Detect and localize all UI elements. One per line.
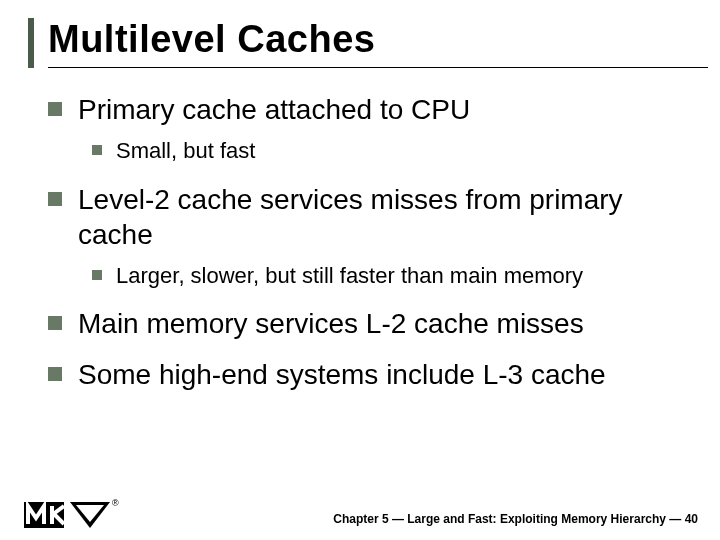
- mk-logo-icon: [24, 500, 110, 530]
- list-item: Level-2 cache services misses from prima…: [48, 182, 692, 291]
- square-bullet-icon: [92, 270, 102, 280]
- list-item: Primary cache attached to CPU Small, but…: [48, 92, 692, 166]
- list-item: Small, but fast: [92, 137, 692, 166]
- list-item: Larger, slower, but still faster than ma…: [92, 262, 692, 291]
- slide: Multilevel Caches Primary cache attached…: [0, 0, 720, 540]
- square-bullet-icon: [48, 316, 62, 330]
- title-underline: Multilevel Caches: [48, 18, 708, 68]
- list-item: Some high-end systems include L-3 cache: [48, 357, 692, 392]
- sub-list: Larger, slower, but still faster than ma…: [92, 262, 692, 291]
- bullet-text: Larger, slower, but still faster than ma…: [116, 262, 583, 291]
- registered-mark: ®: [112, 498, 119, 508]
- square-bullet-icon: [48, 192, 62, 206]
- publisher-logo: ®: [24, 500, 119, 530]
- bullet-text: Small, but fast: [116, 137, 255, 166]
- bullet-list: Primary cache attached to CPU Small, but…: [48, 92, 692, 392]
- square-bullet-icon: [92, 145, 102, 155]
- content-area: Primary cache attached to CPU Small, but…: [28, 92, 692, 392]
- sub-list: Small, but fast: [92, 137, 692, 166]
- bullet-text: Main memory services L-2 cache misses: [78, 306, 584, 341]
- slide-title: Multilevel Caches: [48, 18, 708, 61]
- bullet-text: Some high-end systems include L-3 cache: [78, 357, 606, 392]
- bullet-text: Level-2 cache services misses from prima…: [78, 182, 692, 252]
- bullet-text: Primary cache attached to CPU: [78, 92, 470, 127]
- square-bullet-icon: [48, 367, 62, 381]
- list-item: Main memory services L-2 cache misses: [48, 306, 692, 341]
- footer-text: Chapter 5 — Large and Fast: Exploiting M…: [333, 512, 698, 526]
- square-bullet-icon: [48, 102, 62, 116]
- title-block: Multilevel Caches: [28, 18, 692, 68]
